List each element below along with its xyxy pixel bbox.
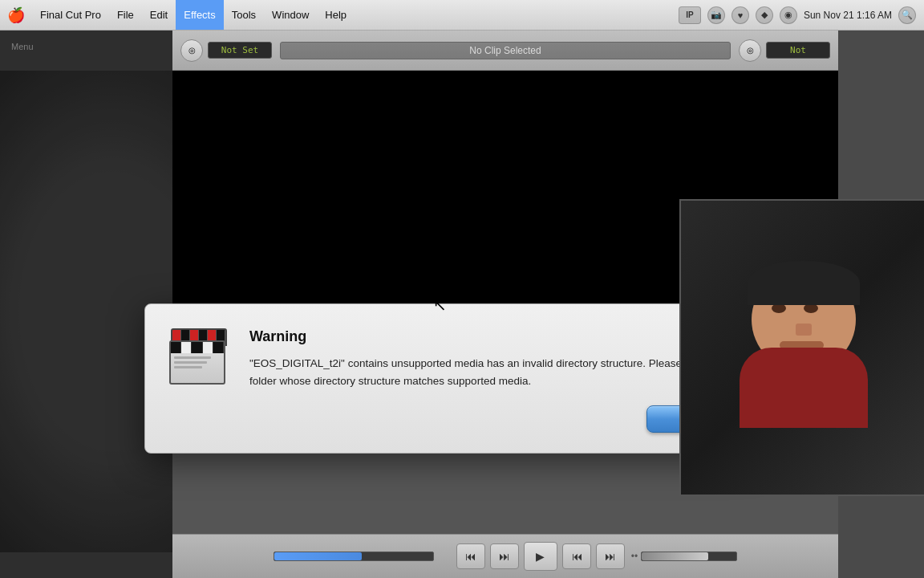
clapper-stripes — [171, 342, 224, 353]
clip-label: No Clip Selected — [280, 42, 731, 59]
timecode-left-group: ◎ Not Set — [180, 39, 272, 62]
menu-edit[interactable]: Edit — [142, 0, 176, 30]
progress-bar-fill — [274, 552, 362, 560]
menubar-right: IP 📷 ♥ ◆ ◉ Sun Nov 21 1:16 AM 🔍 — [679, 6, 924, 24]
dropbox-sys-icon: ◆ — [756, 6, 773, 24]
webcam-overlay — [679, 199, 924, 496]
volume-separator: •• — [631, 551, 638, 562]
app-background: Menu ◎ Not Set No Clip Selected ◎ Not — [0, 31, 924, 578]
skip-back-button[interactable]: ⏮ — [456, 543, 485, 569]
transport-buttons: ⏮ ⏭ ▶ ⏭ ⏭ — [456, 542, 625, 571]
dialog-icon — [169, 328, 233, 393]
clapper-body — [169, 340, 225, 385]
face-silhouette — [740, 267, 868, 428]
volume-fill — [642, 552, 708, 560]
face-body — [740, 348, 868, 428]
next-frame-button[interactable]: ⏭ — [562, 543, 591, 569]
clapper-line-3 — [174, 366, 202, 368]
clock: Sun Nov 21 1:16 AM — [804, 10, 892, 21]
prev-frame-button[interactable]: ⏭ — [490, 543, 519, 569]
camera-sys-icon: 📷 — [707, 6, 725, 24]
clapper-line-2 — [174, 361, 207, 364]
menu-window[interactable]: Window — [264, 0, 317, 30]
apple-menu[interactable]: 🍎 — [0, 6, 32, 24]
menu-file[interactable]: File — [109, 0, 142, 30]
timecode-right-btn[interactable]: ◎ — [739, 39, 761, 62]
wifi-sys-icon: ◉ — [780, 6, 797, 24]
dialog-buttons: OK — [249, 405, 729, 433]
body-stripe-1 — [171, 342, 181, 353]
dialog-title: Warning — [249, 328, 729, 345]
volume-slider[interactable] — [641, 552, 737, 561]
body-stripe-2 — [181, 342, 192, 353]
clapper-icon — [169, 328, 229, 385]
menu-help[interactable]: Help — [317, 0, 355, 30]
dialog-content: Warning "EOS_DIGITAL_t2i" contains unsup… — [249, 328, 729, 433]
body-stripe-4 — [203, 342, 213, 353]
progress-group — [274, 552, 450, 561]
timecode-right-display: Not — [766, 42, 830, 59]
left-panel-content: Menu — [6, 39, 167, 55]
ip-icon: IP — [679, 6, 701, 24]
transport-bar: ⏮ ⏭ ▶ ⏭ ⏭ •• — [172, 534, 838, 578]
volume-group: •• — [631, 551, 737, 562]
timecode-left-btn[interactable]: ◎ — [180, 39, 203, 62]
clapper-lines — [171, 353, 224, 374]
viewer-toolbar: ◎ Not Set No Clip Selected ◎ Not — [172, 31, 838, 71]
menu-effects[interactable]: Effects — [176, 0, 224, 30]
clapper-line-1 — [174, 356, 211, 359]
menu-tools[interactable]: Tools — [224, 0, 264, 30]
left-panel-item[interactable]: Menu — [6, 39, 167, 55]
timecode-right-group: ◎ Not — [739, 39, 830, 62]
body-stripe-3 — [192, 342, 202, 353]
play-button[interactable]: ▶ — [524, 542, 557, 571]
body-stripe-5 — [213, 342, 224, 353]
timecode-left-display: Not Set — [208, 42, 272, 59]
heart-icon: ♥ — [732, 6, 749, 24]
search-icon[interactable]: 🔍 — [898, 6, 916, 24]
menu-finalcutpro[interactable]: Final Cut Pro — [32, 0, 109, 30]
progress-bar[interactable] — [274, 552, 434, 561]
dialog-message: "EOS_DIGITAL_t2i" contains unsupported m… — [249, 355, 729, 389]
apple-icon: 🍎 — [7, 6, 25, 24]
skip-fwd-button[interactable]: ⏭ — [596, 543, 625, 569]
webcam-person — [681, 201, 924, 495]
warning-dialog: Warning "EOS_DIGITAL_t2i" contains unsup… — [144, 303, 754, 454]
menubar: 🍎 Final Cut Pro File Edit Effects Tools … — [0, 0, 924, 31]
